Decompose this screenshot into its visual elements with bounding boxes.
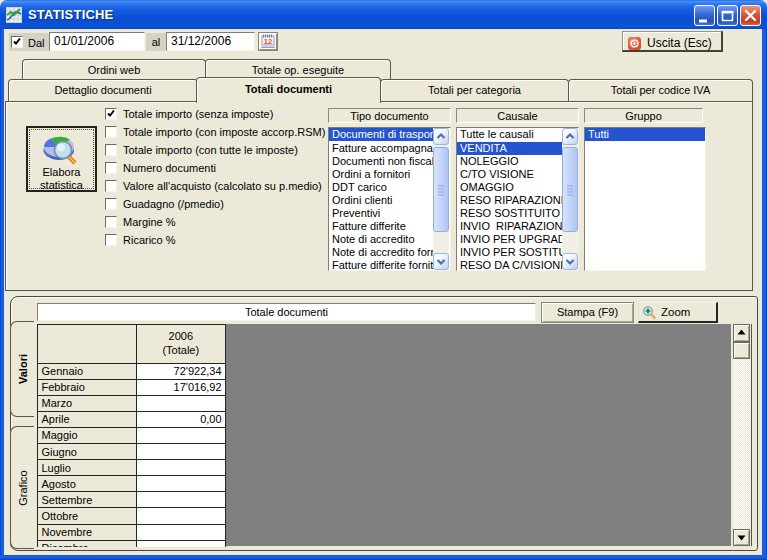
svg-text:12: 12: [264, 37, 272, 46]
